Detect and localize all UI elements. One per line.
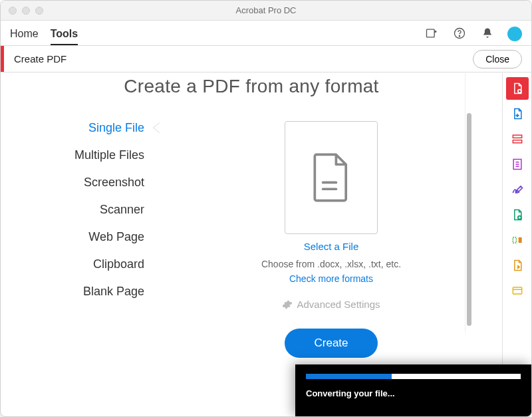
svg-rect-0 — [427, 29, 435, 37]
page-heading: Create a PDF from any format — [1, 76, 502, 97]
svg-point-2 — [459, 36, 460, 37]
sign-icon[interactable] — [506, 178, 529, 201]
file-icon — [311, 153, 351, 202]
scrollbar-thumb[interactable] — [467, 113, 471, 326]
svg-rect-6 — [513, 135, 521, 138]
menubar: Home Tools — [1, 21, 531, 46]
redact-icon[interactable] — [506, 229, 529, 251]
source-options: Single File Multiple Files Screenshot Sc… — [1, 121, 160, 358]
app-window: Acrobat Pro DC Home Tools Create PDF Clo… — [0, 0, 532, 417]
option-single-file[interactable]: Single File — [88, 121, 144, 135]
help-icon[interactable] — [452, 25, 467, 41]
progress-fill — [306, 374, 392, 379]
svg-rect-13 — [513, 237, 516, 243]
file-dropzone[interactable] — [285, 121, 378, 234]
traffic-lights — [9, 7, 43, 15]
bell-icon[interactable] — [479, 25, 495, 41]
tab-tools[interactable]: Tools — [51, 28, 78, 45]
option-multiple-files[interactable]: Multiple Files — [74, 148, 144, 162]
choose-from-text: Choose from .docx, .xlsx, .txt, etc. — [261, 259, 401, 269]
advanced-settings: Advanced Settings — [282, 299, 380, 310]
close-button[interactable]: Close — [473, 50, 522, 69]
select-file-link[interactable]: Select a File — [304, 241, 359, 252]
option-clipboard[interactable]: Clipboard — [93, 257, 144, 271]
more-tools-icon[interactable] — [506, 279, 529, 302]
traffic-minimize[interactable] — [22, 7, 30, 15]
tool-subbar: Create PDF Close — [1, 46, 531, 72]
organize-icon[interactable] — [506, 153, 529, 176]
option-screenshot[interactable]: Screenshot — [84, 176, 144, 190]
body-row: Single File Multiple Files Screenshot Sc… — [1, 121, 502, 358]
traffic-close[interactable] — [9, 7, 17, 15]
create-pdf-icon[interactable] — [506, 77, 529, 100]
option-blank-page[interactable]: Blank Page — [83, 285, 144, 299]
svg-rect-14 — [518, 237, 521, 243]
progress-label: Converting your file... — [306, 388, 521, 398]
share-icon[interactable] — [424, 25, 440, 41]
edit-pdf-icon[interactable] — [506, 128, 529, 150]
advanced-settings-label: Advanced Settings — [297, 299, 380, 310]
window-title: Acrobat Pro DC — [1, 5, 531, 15]
gear-icon — [282, 299, 293, 310]
more-formats-link[interactable]: Check more formats — [289, 273, 373, 284]
protect-icon[interactable] — [506, 254, 529, 277]
avatar[interactable] — [507, 27, 522, 41]
tool-label: Create PDF — [14, 53, 66, 65]
svg-rect-7 — [513, 140, 521, 143]
export-pdf-icon[interactable] — [506, 102, 529, 125]
option-web-page[interactable]: Web Page — [88, 230, 144, 244]
progress-track — [306, 374, 521, 379]
combine-icon[interactable] — [506, 204, 529, 226]
tab-home[interactable]: Home — [10, 28, 39, 45]
svg-rect-15 — [513, 287, 521, 294]
traffic-zoom[interactable] — [35, 7, 43, 15]
file-picker-panel: Select a File Choose from .docx, .xlsx, … — [160, 121, 502, 358]
option-scanner[interactable]: Scanner — [100, 203, 144, 217]
titlebar: Acrobat Pro DC — [1, 1, 531, 21]
create-button[interactable]: Create — [285, 329, 377, 358]
progress-toast: Converting your file... — [295, 364, 531, 416]
